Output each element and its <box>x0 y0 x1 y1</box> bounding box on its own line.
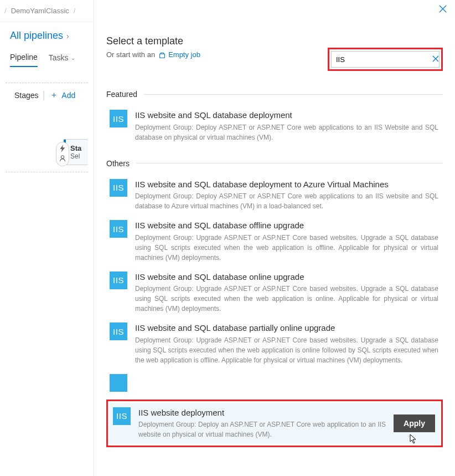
template-desc: Deployment Group: Upgrade ASP.NET or ASP… <box>135 284 438 314</box>
template-name: IIS website and SQL database deployment … <box>135 179 438 190</box>
template-item[interactable] <box>106 370 443 396</box>
empty-job-label: Empty job <box>168 50 200 59</box>
tab-pipeline[interactable]: Pipeline <box>10 49 38 67</box>
template-desc: Deployment Group: Upgrade ASP.NET or ASP… <box>135 335 438 365</box>
apply-button[interactable]: Apply <box>394 414 435 432</box>
tab-pipeline-label: Pipeline <box>10 53 38 62</box>
template-panel: Select a template Or start with an Empty… <box>94 0 455 476</box>
stage-subtitle: Sel <box>70 152 81 160</box>
template-desc: Deployment Group: Deploy ASP.NET or ASP.… <box>135 191 438 211</box>
iis-icon: IIS <box>110 110 127 127</box>
template-item[interactable]: IIS IIS website and SQL database partial… <box>106 318 443 370</box>
empty-job-link[interactable]: Empty job <box>158 50 200 59</box>
stages-heading: Stages │ ＋ Add <box>6 90 88 106</box>
divider-line <box>136 163 443 163</box>
panel-subtitle-prefix: Or start with an <box>106 50 155 59</box>
all-pipelines-label: All pipelines <box>10 30 63 42</box>
plus-icon: ＋ <box>50 90 58 100</box>
empty-job-icon <box>158 51 166 59</box>
template-item[interactable]: IIS IIS website and SQL database online … <box>106 267 443 319</box>
search-input[interactable] <box>336 55 429 64</box>
svg-point-0 <box>61 156 64 158</box>
selected-highlight: IIS IIS website deployment Deployment Gr… <box>106 400 443 448</box>
template-item[interactable]: IIS IIS website and SQL database deploym… <box>106 175 443 216</box>
template-item-selected[interactable]: IIS IIS website deployment Deployment Gr… <box>110 403 440 444</box>
breadcrumb-project[interactable]: DemoYamlClassic <box>11 7 69 15</box>
panel-title: Select a template <box>106 35 443 47</box>
template-desc: Deployment Group: Deploy an ASP.NET or A… <box>138 419 386 439</box>
section-others-label: Others <box>106 159 130 168</box>
search-highlight <box>328 48 443 71</box>
breadcrumb: / DemoYamlClassic / <box>0 0 94 22</box>
close-button[interactable] <box>438 4 447 16</box>
person-icon <box>59 155 66 163</box>
iis-icon: IIS <box>110 220 127 238</box>
clear-search-icon[interactable] <box>432 55 439 64</box>
template-desc: Deployment Group: Upgrade ASP.NET or ASP… <box>135 233 438 263</box>
chevron-down-icon: ⌄ <box>71 55 75 61</box>
template-desc: Deployment Group: Deploy ASP.NET or ASP.… <box>135 122 438 142</box>
all-pipelines-link[interactable]: All pipelines › <box>0 22 94 49</box>
template-item[interactable]: IIS IIS website and SQL database offline… <box>106 216 443 267</box>
pipeline-canvas: Stages │ ＋ Add Sta Sel <box>6 83 88 172</box>
divider-line <box>144 94 443 95</box>
add-stage-button[interactable]: Add <box>61 91 75 100</box>
stage-conditions-badge[interactable] <box>56 142 69 166</box>
stage-card[interactable]: Sta Sel <box>64 139 88 165</box>
cursor-icon <box>407 434 417 447</box>
search-box[interactable] <box>331 51 440 68</box>
tab-tasks-label: Tasks <box>49 53 69 62</box>
breadcrumb-sep: / <box>74 7 76 15</box>
template-name: IIS website and SQL database deployment <box>135 110 438 121</box>
template-name: IIS website and SQL database partially o… <box>135 323 438 334</box>
chevron-right-icon: › <box>66 32 69 40</box>
iis-icon: IIS <box>110 272 127 289</box>
template-name: IIS website and SQL database offline upg… <box>135 220 438 231</box>
iis-icon: IIS <box>110 179 127 197</box>
separator-bar: │ <box>42 91 47 100</box>
section-others: Others <box>106 159 443 168</box>
stages-label: Stages <box>14 91 39 100</box>
iis-icon: IIS <box>113 407 131 425</box>
tab-tasks[interactable]: Tasks ⌄ <box>49 49 75 67</box>
section-featured: Featured <box>106 90 443 99</box>
lightning-icon <box>59 145 66 153</box>
template-name: IIS website and SQL database online upgr… <box>135 272 438 283</box>
template-name: IIS website deployment <box>138 407 386 418</box>
section-featured-label: Featured <box>106 90 137 99</box>
iis-icon <box>110 374 127 392</box>
template-item[interactable]: IIS IIS website and SQL database deploym… <box>106 105 443 147</box>
stage-title: Sta <box>70 144 81 152</box>
iis-icon: IIS <box>110 323 127 340</box>
breadcrumb-root-slash: / <box>4 7 7 15</box>
